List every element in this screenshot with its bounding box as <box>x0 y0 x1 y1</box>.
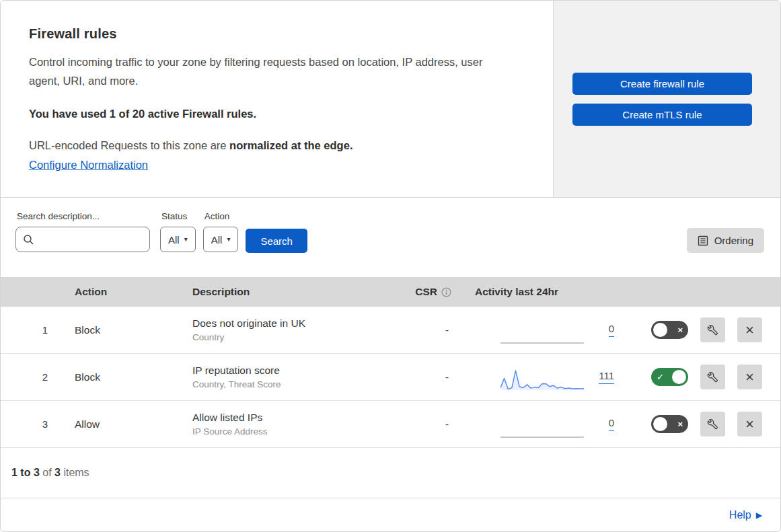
pagination-range: 1 to 3 <box>11 467 40 479</box>
arrow-right-icon: ▶ <box>756 511 762 519</box>
wrench-icon <box>707 371 718 383</box>
rule-action: Block <box>60 371 192 383</box>
delete-rule-button[interactable]: × <box>737 317 762 342</box>
rule-fields: Country <box>192 332 404 342</box>
hero-action-panel: Create firewall rule Create mTLS rule <box>553 1 780 197</box>
create-mtls-rule-button[interactable]: Create mTLS rule <box>572 104 752 126</box>
activity-count-link[interactable]: 0 <box>609 323 614 337</box>
search-field-group: Search description... <box>15 211 150 252</box>
action-select-value: All <box>211 234 223 245</box>
header-csr-label: CSR <box>415 286 437 298</box>
action-field-group: Action All ▾ <box>203 211 239 252</box>
rule-csr-value: - <box>404 418 472 430</box>
edit-rule-button[interactable] <box>700 365 725 389</box>
rule-csr-value: - <box>404 324 472 336</box>
pagination-items: items <box>61 467 89 479</box>
firewall-rules-page: Firewall rules Control incoming traffic … <box>0 0 781 532</box>
rule-number: 1 <box>1 324 60 336</box>
page-title: Firewall rules <box>29 26 513 42</box>
header-action: Action <box>60 286 192 298</box>
help-footer: Help ▶ <box>1 498 780 531</box>
search-input-wrap[interactable] <box>15 227 150 252</box>
wrench-icon <box>707 418 718 430</box>
create-firewall-rule-button[interactable]: Create firewall rule <box>572 73 752 95</box>
rule-csr-value: - <box>404 371 472 383</box>
pagination-of: of <box>40 467 54 479</box>
ordering-button[interactable]: Ordering <box>687 228 764 253</box>
rule-controls: × × <box>623 412 780 436</box>
toggle-state-icon: × <box>677 326 683 334</box>
wrench-icon <box>707 324 718 336</box>
normalization-note: URL-encoded Requests to this zone are no… <box>29 139 513 152</box>
header-csr: CSR <box>415 286 472 298</box>
rule-enabled-toggle[interactable]: × <box>651 321 688 339</box>
toggle-knob <box>672 370 686 384</box>
header-description: Description <box>192 286 404 298</box>
status-select[interactable]: All ▾ <box>160 227 196 252</box>
status-select-value: All <box>168 234 180 245</box>
rule-activity-cell: 0 <box>472 314 623 346</box>
info-icon[interactable] <box>441 287 451 297</box>
rule-number: 2 <box>1 371 60 383</box>
help-link[interactable]: Help ▶ <box>729 509 762 521</box>
rule-fields: Country, Threat Score <box>192 379 404 389</box>
pagination-summary: 1 to 3 of 3 items <box>1 448 780 498</box>
table-row: 2 Block IP reputation score Country, Thr… <box>1 354 780 401</box>
rule-description: Allow listed IPs IP Source Address <box>192 412 404 436</box>
hero-section: Firewall rules Control incoming traffic … <box>1 1 780 198</box>
help-link-label: Help <box>729 509 751 521</box>
normalization-note-text: URL-encoded Requests to this zone are <box>29 139 229 151</box>
delete-rule-button[interactable]: × <box>737 365 762 389</box>
rule-enabled-toggle[interactable]: × <box>651 415 688 433</box>
delete-rule-button[interactable]: × <box>737 412 762 436</box>
rule-action: Block <box>60 324 192 336</box>
list-document-icon <box>698 235 708 246</box>
status-field-group: Status All ▾ <box>160 211 196 252</box>
status-label: Status <box>160 211 196 221</box>
configure-normalization-link[interactable]: Configure Normalization <box>29 159 148 172</box>
search-icon <box>23 234 34 245</box>
rule-title: Allow listed IPs <box>192 412 404 424</box>
page-description: Control incoming traffic to your zone by… <box>29 52 507 90</box>
ordering-button-label: Ordering <box>714 235 753 246</box>
activity-sparkline <box>500 321 584 346</box>
search-input[interactable] <box>34 234 143 245</box>
activity-count-link[interactable]: 0 <box>609 417 614 431</box>
rule-description: IP reputation score Country, Threat Scor… <box>192 365 404 389</box>
toggle-knob <box>653 417 667 431</box>
rule-title: Does not originate in UK <box>192 317 404 330</box>
toggle-state-icon: ✓ <box>657 373 664 381</box>
header-activity: Activity last 24hr <box>472 286 623 298</box>
filter-toolbar: Search description... Status All ▾ Actio… <box>1 198 780 277</box>
activity-count-link[interactable]: 111 <box>599 370 614 384</box>
rule-activity-cell: 111 <box>472 361 623 393</box>
activity-sparkline <box>500 415 584 441</box>
hero-text-panel: Firewall rules Control incoming traffic … <box>1 1 553 197</box>
action-select[interactable]: All ▾ <box>203 227 239 252</box>
rule-number: 3 <box>1 418 60 430</box>
rule-enabled-toggle[interactable]: ✓ <box>651 368 688 386</box>
rule-action: Allow <box>60 418 192 430</box>
edit-rule-button[interactable] <box>700 412 725 436</box>
pagination-total: 3 <box>54 467 61 479</box>
close-icon: × <box>745 370 754 385</box>
normalization-note-bold: normalized at the edge. <box>229 139 352 151</box>
rule-description: Does not originate in UK Country <box>192 317 404 342</box>
rule-controls: × × <box>623 317 780 342</box>
action-label: Action <box>203 211 239 221</box>
close-icon: × <box>745 323 754 338</box>
table-row: 3 Allow Allow listed IPs IP Source Addre… <box>1 401 780 448</box>
rule-activity-cell: 0 <box>472 408 623 441</box>
edit-rule-button[interactable] <box>700 317 725 342</box>
activity-sparkline <box>500 368 584 393</box>
toggle-knob <box>653 323 667 337</box>
search-label: Search description... <box>15 211 150 221</box>
search-button[interactable]: Search <box>246 229 307 253</box>
rule-controls: ✓ × <box>623 365 780 389</box>
usage-summary: You have used 1 of 20 active Firewall ru… <box>29 108 513 120</box>
rule-fields: IP Source Address <box>192 426 404 436</box>
chevron-down-icon: ▾ <box>227 236 230 243</box>
table-row: 1 Block Does not originate in UK Country… <box>1 307 780 354</box>
toggle-state-icon: × <box>677 420 683 428</box>
rule-title: IP reputation score <box>192 365 404 377</box>
